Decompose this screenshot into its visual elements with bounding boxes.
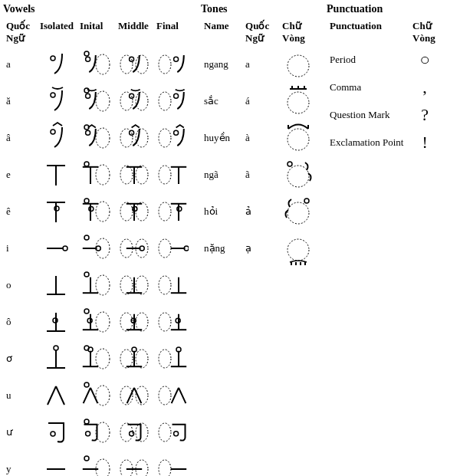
vowel-final-glyph <box>153 377 192 414</box>
vowel-middle-glyph <box>115 414 153 451</box>
punctuation-name: Exclamation Point <box>327 129 409 156</box>
svg-point-127 <box>136 423 148 442</box>
svg-point-121 <box>159 386 171 405</box>
svg-point-47 <box>84 199 89 203</box>
vowel-initial-glyph <box>77 340 115 377</box>
vowel-isolated-glyph <box>37 120 77 156</box>
punctuation-row: Question Mark? <box>327 101 440 129</box>
vowels-section: Vowels Quốc Ngữ Isolated Inital Middle F… <box>3 3 192 476</box>
vowel-isolated-glyph <box>37 340 77 377</box>
vowel-row: ê <box>3 193 192 230</box>
tone-glyph <box>279 193 317 230</box>
vowel-middle-glyph <box>115 193 153 230</box>
svg-point-22 <box>120 129 133 147</box>
svg-point-129 <box>159 423 171 442</box>
tone-glyph <box>279 120 317 156</box>
vowel-isolated-glyph <box>37 46 77 83</box>
svg-point-48 <box>120 202 133 221</box>
vowel-qn: ô <box>3 304 37 340</box>
tone-glyph <box>279 83 317 120</box>
tone-glyph <box>279 230 317 267</box>
vowel-isolated-glyph <box>37 230 77 267</box>
vowel-row: ô <box>3 304 192 340</box>
svg-point-128 <box>130 432 134 436</box>
svg-point-17 <box>174 94 179 98</box>
punctuation-glyph: ? <box>409 101 440 129</box>
svg-point-152 <box>304 199 309 203</box>
vowel-initial-glyph <box>77 414 115 451</box>
svg-point-25 <box>159 129 171 147</box>
vowel-final-glyph <box>153 83 192 120</box>
svg-point-29 <box>96 165 110 185</box>
svg-point-2 <box>86 57 90 61</box>
tone-name: sắc <box>201 83 242 120</box>
svg-point-96 <box>159 313 171 331</box>
vowel-qn: ă <box>3 83 37 120</box>
punctuation-glyph: , <box>409 74 440 101</box>
vowel-middle-glyph <box>115 156 153 193</box>
vowel-isolated-glyph <box>37 304 77 340</box>
vowel-middle-glyph <box>115 304 153 340</box>
vowel-middle-glyph <box>115 267 153 304</box>
vowel-row: y <box>3 451 192 476</box>
svg-point-75 <box>84 272 89 277</box>
svg-point-80 <box>159 276 171 294</box>
svg-point-130 <box>174 432 179 436</box>
punctuation-glyph: ○ <box>409 46 440 74</box>
tone-qn: a <box>242 46 279 83</box>
svg-point-19 <box>96 128 110 148</box>
svg-point-151 <box>288 202 309 224</box>
svg-point-90 <box>84 309 89 314</box>
tone-glyph <box>279 156 317 193</box>
tone-glyph <box>279 46 317 83</box>
svg-point-126 <box>120 423 133 442</box>
punctuation-section: Punctuation Punctuation Chữ Vòng Period○… <box>327 3 440 156</box>
vowel-qn: a <box>3 46 37 83</box>
svg-point-20 <box>86 130 90 135</box>
punctuation-title: Punctuation <box>327 3 440 15</box>
tone-qn: ạ <box>242 230 279 267</box>
svg-point-76 <box>120 276 133 294</box>
vowel-final-glyph <box>153 414 192 451</box>
vowels-header-isolated: Isolated <box>37 18 77 46</box>
svg-point-108 <box>120 350 133 368</box>
vowel-initial-glyph <box>77 267 115 304</box>
svg-point-77 <box>136 276 148 294</box>
vowel-isolated-glyph <box>37 377 77 414</box>
tone-qn: ã <box>242 156 279 193</box>
svg-point-3 <box>84 51 89 56</box>
vowel-isolated-glyph <box>37 156 77 193</box>
vowel-final-glyph <box>153 451 192 476</box>
vowel-qn: ê <box>3 193 37 230</box>
tones-header-name: Name <box>201 18 242 46</box>
svg-point-122 <box>51 432 55 436</box>
svg-point-124 <box>86 432 90 436</box>
tones-section: Tones Name Quốc Ngữ Chữ Vòng ngangasắcáh… <box>201 3 317 267</box>
vowel-final-glyph <box>153 193 192 230</box>
vowel-final-glyph <box>153 156 192 193</box>
vowel-middle-glyph <box>115 46 153 83</box>
vowel-qn: â <box>3 120 37 156</box>
svg-point-109 <box>136 350 148 368</box>
svg-point-34 <box>136 166 148 184</box>
punctuation-name: Comma <box>327 74 409 101</box>
svg-point-91 <box>120 313 133 331</box>
tone-row: ngãã <box>201 156 317 193</box>
vowel-middle-glyph <box>115 83 153 120</box>
vowel-qn: e <box>3 156 37 193</box>
vowel-row: a <box>3 46 192 83</box>
svg-point-113 <box>159 350 171 368</box>
svg-point-33 <box>120 166 133 184</box>
vowel-qn: ư <box>3 414 37 451</box>
svg-point-132 <box>96 459 110 476</box>
svg-point-16 <box>159 92 171 110</box>
svg-point-92 <box>136 313 148 331</box>
vowels-title: Vowels <box>3 3 192 15</box>
svg-point-136 <box>136 460 148 476</box>
svg-point-59 <box>96 238 110 258</box>
tones-header-cv: Chữ Vòng <box>279 18 317 46</box>
svg-point-150 <box>288 162 292 166</box>
svg-point-37 <box>159 166 171 184</box>
vowel-row: u <box>3 377 192 414</box>
svg-point-13 <box>120 92 133 110</box>
